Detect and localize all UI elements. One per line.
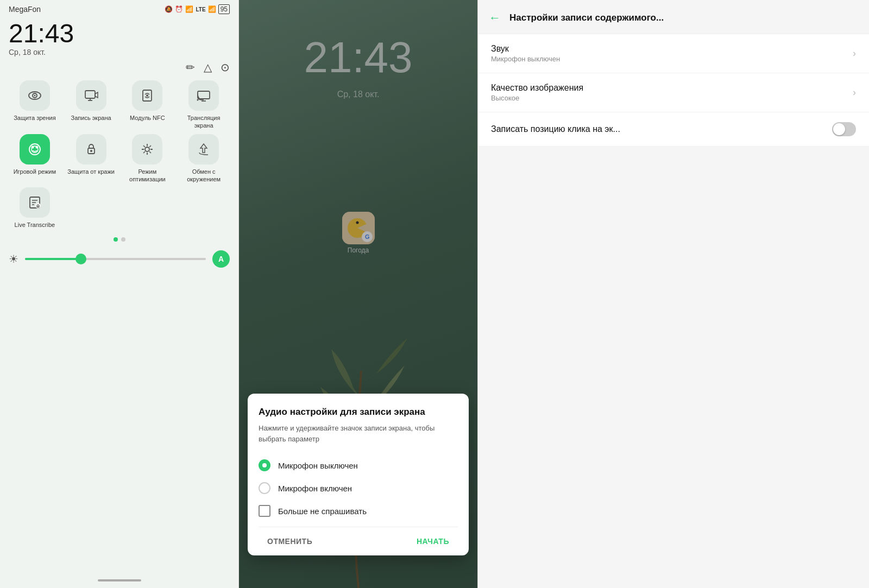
live-transcribe-label: Live Transcribe [15, 221, 55, 229]
dot-1 [114, 237, 118, 242]
dialog-subtitle: Нажмите и удерживайте значок записи экра… [259, 423, 458, 444]
dot-2 [121, 237, 125, 242]
settings-item-sound[interactable]: Звук Микрофон выключен › [478, 34, 869, 73]
settings-click-title: Записать позицию клика на эк... [491, 124, 832, 134]
lock-screen-panel: 21:43 Ср, 18 окт. G Погода Аудио настрой… [239, 0, 478, 588]
screen-record-label: Запись экрана [71, 114, 111, 122]
live-transcribe-icon [20, 187, 50, 218]
tile-optimization[interactable]: Режим оптимизации [122, 134, 174, 184]
status-icons: 🔕 ⏰ 📶 LTE 📶 95 [165, 4, 230, 14]
settings-sound-content: Звук Микрофон выключен [491, 44, 853, 63]
radio-mic-off-label: Микрофон выключен [278, 461, 358, 470]
radio-mic-off-circle [259, 459, 270, 471]
cast-label: Трансляция экрана [178, 114, 230, 130]
screen-record-icon [76, 80, 106, 111]
signal-icon: 📶 [208, 5, 216, 13]
settings-header: ← Настройки записи содержимого... [478, 0, 869, 34]
quick-settings-panel: MegaFon 🔕 ⏰ 📶 LTE 📶 95 21:43 Ср, 18 окт.… [0, 0, 239, 588]
settings-quality-subtitle: Высокое [491, 94, 853, 102]
alarm-icon: ⏰ [175, 5, 183, 13]
date-display: Ср, 18 окт. [9, 48, 230, 56]
toolbar-row: ✏ △ ⊙ [0, 59, 238, 76]
settings-click-content: Записать позицию клика на эк... [491, 124, 832, 134]
svg-point-11 [29, 144, 40, 155]
brightness-fill [25, 258, 79, 260]
quick-tiles-grid: Защита зрения Запись экрана [0, 76, 238, 233]
settings-sound-title: Звук [491, 44, 853, 54]
pen-icon[interactable]: ✏ [186, 61, 195, 74]
settings-quality-content: Качество изображения Высокое [491, 83, 853, 102]
settings-icon[interactable]: ⊙ [221, 61, 230, 74]
time-area: 21:43 Ср, 18 окт. [0, 16, 238, 59]
svg-point-2 [34, 95, 35, 97]
svg-point-9 [197, 99, 199, 101]
dialog-start-button[interactable]: НАЧАТЬ [408, 529, 458, 553]
tile-game-mode[interactable]: Игровой режим [9, 134, 61, 184]
tile-eye-protection[interactable]: Защита зрения [9, 80, 61, 130]
filter-icon[interactable]: △ [204, 61, 212, 74]
settings-panel: ← Настройки записи содержимого... Звук М… [478, 0, 869, 588]
brightness-icon: ☀ [9, 252, 18, 265]
share-icon [188, 134, 219, 165]
checkbox-box [259, 505, 270, 517]
settings-list: Звук Микрофон выключен › Качество изобра… [478, 34, 869, 147]
checkbox-label: Больше не спрашивать [278, 507, 367, 516]
dialog-title: Аудио настройки для записи экрана [259, 407, 458, 418]
back-button[interactable]: ← [489, 11, 501, 25]
tile-share[interactable]: Обмен с окружением [178, 134, 230, 184]
chevron-right-icon: › [853, 48, 856, 59]
brightness-thumb [75, 254, 86, 264]
svg-rect-3 [85, 91, 95, 98]
nfc-icon [132, 80, 162, 111]
radio-mic-on-label: Микрофон включен [278, 484, 352, 493]
radio-mic-off[interactable]: Микрофон выключен [259, 454, 458, 477]
battery-icon: 95 [218, 4, 230, 14]
tile-cast[interactable]: Трансляция экрана [178, 80, 230, 130]
lte-label: LTE [196, 7, 205, 12]
radio-inner-dot [262, 463, 267, 467]
svg-point-17 [145, 147, 149, 151]
tile-screen-record[interactable]: Запись экрана [65, 80, 117, 130]
dialog-overlay: Аудио настройки для записи экрана Нажмит… [239, 0, 477, 588]
settings-item-click-position[interactable]: Записать позицию клика на эк... [478, 112, 869, 147]
wifi-icon: 📶 [185, 5, 193, 13]
svg-rect-8 [198, 91, 210, 99]
settings-quality-title: Качество изображения [491, 83, 853, 93]
share-label: Обмен с окружением [178, 168, 230, 184]
cast-icon [188, 80, 219, 111]
settings-item-quality[interactable]: Качество изображения Высокое › [478, 73, 869, 112]
tile-theft-protection[interactable]: Защита от кражи [65, 134, 117, 184]
svg-point-13 [31, 146, 34, 148]
brightness-track[interactable] [25, 258, 206, 260]
clock-display: 21:43 [9, 21, 230, 47]
theft-protection-icon [76, 134, 106, 165]
home-bar[interactable] [98, 579, 141, 581]
carrier-name: MegaFon [9, 5, 41, 14]
tile-live-transcribe[interactable]: Live Transcribe [9, 187, 61, 229]
dialog-cancel-button[interactable]: ОТМЕНИТЬ [259, 529, 321, 553]
nfc-label: Модуль NFC [130, 114, 165, 122]
brightness-auto-button[interactable]: A [212, 250, 230, 268]
chevron-right-icon-2: › [853, 87, 856, 98]
radio-mic-on-circle [259, 482, 270, 494]
svg-point-7 [146, 94, 148, 97]
theft-protection-label: Защита от кражи [67, 168, 115, 175]
dialog-buttons: ОТМЕНИТЬ НАЧАТЬ [259, 527, 458, 555]
svg-point-14 [35, 146, 38, 148]
checkbox-dont-ask[interactable]: Больше не спрашивать [259, 500, 458, 522]
settings-page-title: Настройки записи содержимого... [509, 12, 664, 23]
audio-settings-dialog: Аудио настройки для записи экрана Нажмит… [248, 394, 469, 555]
optimization-icon [132, 134, 162, 165]
toggle-knob [833, 123, 845, 135]
eye-protection-label: Защита зрения [14, 114, 56, 122]
settings-sound-subtitle: Микрофон выключен [491, 55, 853, 63]
bottom-nav [0, 573, 238, 588]
tile-nfc[interactable]: Модуль NFC [122, 80, 174, 130]
radio-mic-on[interactable]: Микрофон включен [259, 477, 458, 500]
click-position-toggle[interactable] [832, 122, 856, 136]
game-mode-icon [20, 134, 50, 165]
game-mode-label: Игровой режим [14, 168, 56, 175]
brightness-row: ☀ A [0, 246, 238, 272]
svg-point-16 [90, 150, 92, 152]
eye-protection-icon [20, 80, 50, 111]
